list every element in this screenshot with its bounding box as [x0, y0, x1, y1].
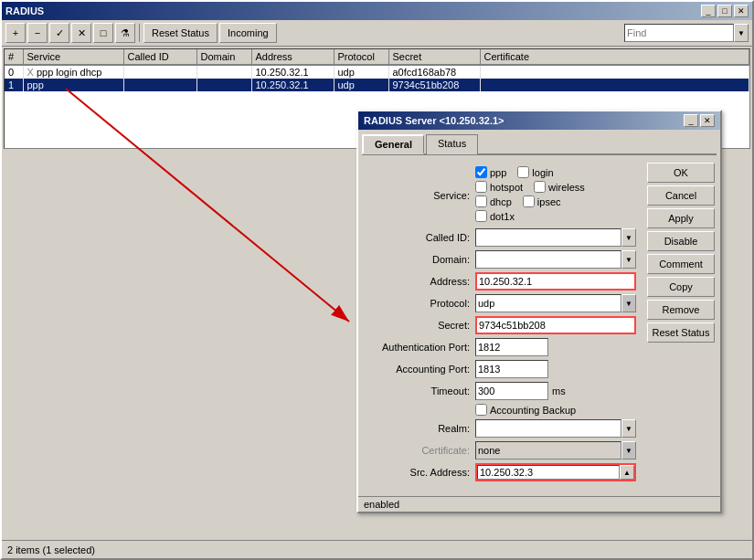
protocol-label: Protocol:: [366, 298, 475, 309]
secret-label: Secret:: [366, 320, 475, 331]
copy-button[interactable]: Copy: [647, 277, 715, 297]
realm-dropdown[interactable]: ▼: [621, 419, 636, 438]
find-input[interactable]: [624, 24, 734, 42]
cell-protocol: udp: [334, 79, 388, 91]
certificate-input[interactable]: [475, 441, 621, 460]
cell-called-id: [123, 65, 196, 79]
timeout-row: Timeout: ms: [366, 382, 636, 400]
domain-combo: ▼: [475, 250, 636, 269]
minimize-button[interactable]: _: [701, 5, 716, 17]
cancel-button[interactable]: Cancel: [647, 185, 715, 206]
cell-secret: a0fcd168ab78: [388, 65, 480, 79]
disable-button[interactable]: ✕: [71, 23, 91, 43]
window-controls: _ □ ✕: [701, 5, 749, 17]
reset-status-button[interactable]: Reset Status: [647, 322, 715, 343]
table-row[interactable]: 0 X ppp login dhcp 10.250.32.1 udp a0fcd…: [5, 65, 749, 79]
ms-label: ms: [552, 386, 566, 396]
address-label: Address:: [366, 276, 475, 287]
checkbox-row-4: dot1x: [475, 210, 585, 222]
src-address-input[interactable]: [477, 465, 620, 480]
tab-status[interactable]: Status: [426, 134, 478, 154]
domain-dropdown[interactable]: ▼: [621, 250, 636, 269]
dialog-title-text: RADIUS Server <10.250.32.1>: [364, 115, 504, 126]
col-num: #: [5, 49, 23, 65]
comment-button[interactable]: Comment: [647, 254, 715, 274]
hotspot-checkbox-item: hotspot: [475, 181, 523, 193]
dialog-title-bar: RADIUS Server <10.250.32.1> _ ✕: [358, 111, 720, 130]
acct-backup-row: Accounting Backup: [475, 404, 636, 416]
acct-port-row: Accounting Port:: [366, 360, 636, 378]
certificate-dropdown[interactable]: ▼: [621, 441, 636, 460]
enable-button[interactable]: ✓: [49, 23, 69, 43]
dot1x-label: dot1x: [490, 211, 515, 222]
acct-backup-checkbox[interactable]: [475, 404, 487, 416]
timeout-input[interactable]: [475, 382, 548, 400]
find-dropdown-button[interactable]: ▼: [734, 24, 749, 42]
src-address-up[interactable]: ▲: [620, 465, 634, 480]
domain-label: Domain:: [366, 254, 475, 265]
find-box: ▼: [624, 24, 749, 42]
protocol-input[interactable]: [475, 294, 621, 312]
ppp-label: ppp: [490, 167, 506, 178]
secret-input[interactable]: [475, 316, 636, 334]
wireless-checkbox[interactable]: [534, 181, 546, 193]
login-checkbox[interactable]: [517, 166, 529, 178]
ppp-checkbox-item: ppp: [475, 166, 506, 178]
incoming-toolbar-button[interactable]: Incoming: [219, 23, 277, 43]
ipsec-checkbox[interactable]: [523, 195, 535, 207]
col-certificate: Certificate: [480, 49, 749, 65]
domain-input[interactable]: [475, 250, 621, 269]
wireless-label: wireless: [548, 182, 585, 193]
protocol-dropdown[interactable]: ▼: [621, 294, 636, 312]
window-title: RADIUS: [5, 5, 44, 16]
dialog-close-button[interactable]: ✕: [700, 114, 715, 127]
wireless-checkbox-item: wireless: [534, 181, 585, 193]
apply-button[interactable]: Apply: [647, 208, 715, 228]
dhcp-checkbox[interactable]: [475, 195, 487, 207]
radius-server-dialog: RADIUS Server <10.250.32.1> _ ✕ General …: [356, 110, 722, 513]
called-id-input[interactable]: [475, 228, 621, 247]
close-button[interactable]: ✕: [734, 5, 749, 17]
maximize-button[interactable]: □: [717, 5, 732, 17]
filter-button[interactable]: ⚗: [115, 23, 135, 43]
address-input[interactable]: [475, 272, 636, 291]
ppp-checkbox[interactable]: [475, 166, 487, 178]
cell-called-id: [123, 79, 196, 91]
realm-label: Realm:: [366, 423, 475, 434]
cell-address: 10.250.32.1: [251, 65, 334, 79]
tab-general[interactable]: General: [362, 134, 424, 154]
cell-secret: 9734c51bb208: [388, 79, 480, 91]
dhcp-checkbox-item: dhcp: [475, 195, 512, 207]
dialog-minimize-button[interactable]: _: [684, 114, 698, 127]
auth-port-input[interactable]: [475, 338, 548, 356]
called-id-label: Called ID:: [366, 232, 475, 243]
cell-certificate: [480, 79, 749, 91]
reset-status-toolbar-button[interactable]: Reset Status: [143, 23, 218, 43]
domain-row: Domain: ▼: [366, 250, 636, 269]
copy-toolbar-button[interactable]: □: [93, 23, 113, 43]
acct-port-input[interactable]: [475, 360, 548, 378]
add-button[interactable]: +: [5, 23, 26, 43]
status-bar: 2 items (1 selected): [2, 540, 752, 558]
protocol-combo: ▼: [475, 294, 636, 312]
disable-button[interactable]: Disable: [647, 231, 715, 251]
hotspot-checkbox[interactable]: [475, 181, 487, 193]
col-secret: Secret: [388, 49, 480, 65]
cell-protocol: udp: [334, 65, 388, 79]
dot1x-checkbox[interactable]: [475, 210, 487, 222]
ipsec-checkbox-item: ipsec: [523, 195, 561, 207]
form-area: Service: ppp login: [362, 159, 640, 492]
checkbox-row-1: ppp login: [475, 166, 585, 178]
remove-button[interactable]: −: [27, 23, 48, 43]
called-id-dropdown[interactable]: ▼: [621, 228, 636, 247]
col-domain: Domain: [196, 49, 251, 65]
dhcp-label: dhcp: [490, 196, 512, 207]
realm-input[interactable]: [475, 419, 621, 438]
col-protocol: Protocol: [334, 49, 388, 65]
remove-button[interactable]: Remove: [647, 300, 715, 320]
ok-button[interactable]: OK: [647, 163, 715, 183]
ipsec-label: ipsec: [537, 196, 561, 207]
table-row[interactable]: 1 ppp 10.250.32.1 udp 9734c51bb208: [5, 79, 749, 91]
dialog-status-text: enabled: [364, 499, 399, 510]
acct-port-label: Accounting Port:: [366, 364, 475, 375]
